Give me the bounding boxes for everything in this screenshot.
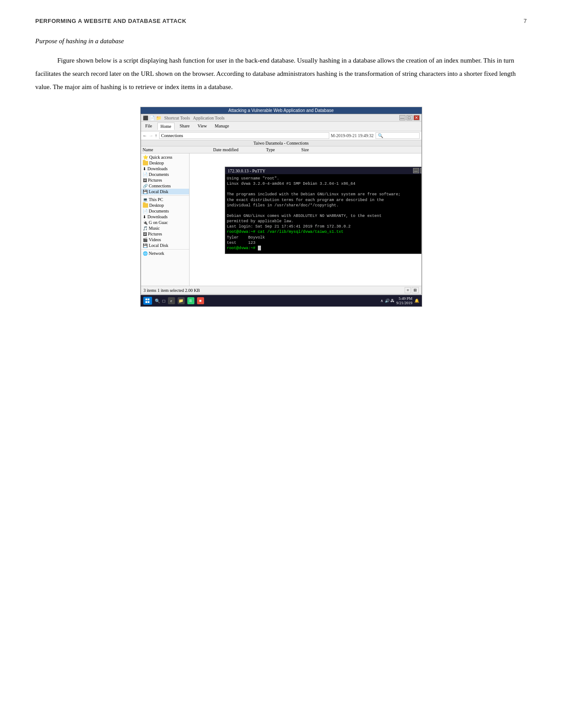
putty-line-10: Tyler Boyvolk	[227, 235, 265, 240]
sidebar-g-on-guac-label: G on Guac	[149, 220, 168, 225]
sidebar-documents-pc[interactable]: 📄 Documents	[141, 208, 189, 214]
sidebar-music[interactable]: 🎵 Music	[141, 225, 189, 231]
taskbar-search-icon[interactable]: 🔍	[155, 299, 160, 303]
putty-minimize[interactable]: —	[413, 168, 419, 173]
address-bar-row: ← → ↑ Connections M-2019-09-21 19:49:32 …	[141, 131, 421, 140]
nav-forward[interactable]: →	[149, 133, 153, 138]
g-on-guac-icon: 🔌	[143, 220, 148, 225]
datetime-display: M-2019-09-21 19:49:32	[331, 133, 374, 138]
sidebar-local-disk-quick[interactable]: 💾 Local Disk	[141, 189, 189, 194]
taskbar-time: 5:49 PM	[396, 296, 413, 301]
sidebar-local-disk-quick-label: Local Disk	[149, 189, 168, 194]
putty-title-text: 172.30.0.13 - PuTTY	[228, 168, 266, 173]
taskbar-folder-icon[interactable]: 📁	[178, 297, 185, 304]
start-button[interactable]	[143, 297, 152, 305]
ribbon-tab-file[interactable]: File	[143, 123, 155, 130]
taskbar-cortana-icon[interactable]: □	[163, 299, 165, 303]
page-header: PERFORMING A WEBSITE AND DATABASE ATTACK…	[35, 18, 527, 24]
toolbar-shortcut-tools[interactable]: Shortcut Tools	[164, 116, 190, 120]
taskbar-systray: ∧ 🔊 🖧	[380, 299, 395, 303]
sidebar-videos-label: Videos	[149, 237, 161, 242]
documents-icon: 📄	[143, 172, 148, 177]
sidebar-pictures-pc[interactable]: 🖼 Pictures	[141, 231, 189, 237]
sidebar-desktop[interactable]: Desktop	[141, 160, 189, 166]
minimize-button[interactable]: —	[399, 115, 406, 120]
toolbar-icon-1: ⬛	[143, 116, 148, 120]
sidebar-downloads-pc-label: Downloads	[148, 214, 168, 219]
sidebar-downloads-pc[interactable]: ⬇ Downloads	[141, 214, 189, 220]
folder-icon-desktop-pc	[143, 203, 148, 208]
sidebar-desktop-pc[interactable]: Desktop	[141, 202, 189, 208]
taskbar-clock: 5:49 PM 9/21/2019	[396, 296, 413, 305]
address-connections-label: Connections	[161, 133, 183, 138]
putty-window: 172.30.0.13 - PuTTY — □ ✕ Using username…	[225, 167, 421, 254]
toolbar-application-tools[interactable]: Application Tools	[193, 116, 225, 120]
putty-line-12: root@dvwa:~#	[227, 246, 261, 250]
address-input[interactable]: Connections	[159, 132, 329, 139]
local-disk-icon-quick: 💾	[143, 190, 148, 194]
col-name: Name	[141, 147, 212, 153]
taskbar-app-1[interactable]: R	[187, 297, 194, 304]
start-grid-cell-4	[148, 301, 149, 303]
download-icon: ⬇	[143, 167, 146, 171]
toolbar-icons: ⬛ 📄 📁 Shortcut Tools Application Tools	[143, 116, 225, 120]
ribbon-tab-view[interactable]: View	[195, 123, 209, 130]
body-paragraph: Figure shown below is a script displayin…	[35, 54, 527, 93]
sidebar-pictures[interactable]: 🖼 Pictures	[141, 177, 189, 183]
putty-line-8: Last login: Sat Sep 21 17:45:41 2019 fro…	[227, 224, 351, 229]
sidebar-videos[interactable]: 🎬 Videos	[141, 237, 189, 243]
maximize-button[interactable]: □	[406, 115, 413, 120]
documents-pc-icon: 📄	[143, 209, 148, 213]
sidebar-local-disk-label: Local Disk	[149, 243, 168, 248]
sidebar-g-on-guac[interactable]: 🔌 G on Guac	[141, 220, 189, 225]
grid-view-button[interactable]: ⊞	[412, 287, 419, 293]
sidebar-quick-access[interactable]: ⭐ Quick access	[141, 154, 189, 160]
sidebar-downloads[interactable]: ⬇ Downloads	[141, 166, 189, 172]
network-icon: 🌐	[143, 251, 148, 256]
downloads-pc-icon: ⬇	[143, 215, 146, 219]
putty-line-6: Debian GNU/Linux comes with ABSOLUTELY N…	[227, 214, 382, 218]
sidebar-network[interactable]: 🌐 Network	[141, 250, 189, 256]
connections-icon: 🔗	[143, 184, 148, 188]
this-pc-icon: 💻	[143, 198, 148, 202]
screenshot-container: Attacking a Vulnerable Web Application a…	[140, 107, 422, 307]
file-explorer: ⬛ 📄 📁 Shortcut Tools Application Tools —…	[141, 114, 422, 295]
toolbar-icon-3: 📁	[156, 116, 161, 120]
local-disk-icon: 💾	[143, 243, 148, 248]
sidebar-pictures-label: Pictures	[148, 178, 162, 183]
taskbar-right: ∧ 🔊 🖧 5:49 PM 9/21/2019 🔔	[380, 296, 419, 305]
sidebar-downloads-label: Downloads	[148, 166, 168, 171]
sidebar-connections[interactable]: 🔗 Connections	[141, 183, 189, 189]
taskbar-app-2[interactable]: ■	[197, 297, 204, 304]
explorer-sidebar: ⭐ Quick access Desktop ⬇ Downloads 📄 Doc…	[141, 153, 190, 286]
page-number: 7	[524, 18, 527, 24]
taskbar-notification[interactable]: 🔔	[414, 299, 419, 303]
music-icon: 🎵	[143, 226, 148, 231]
status-bar: 3 items 1 item selected 2.00 KB ≡ ⊞	[141, 286, 421, 294]
nav-back[interactable]: ←	[143, 133, 147, 138]
putty-maximize[interactable]: □	[420, 168, 421, 173]
sidebar-this-pc-label: This PC	[149, 197, 164, 202]
ribbon-tab-manage[interactable]: Manage	[212, 123, 231, 130]
start-grid-cell-2	[148, 299, 149, 300]
sidebar-documents[interactable]: 📄 Documents	[141, 172, 189, 177]
search-input[interactable]: 🔍	[376, 132, 420, 139]
sidebar-local-disk[interactable]: 💾 Local Disk	[141, 243, 189, 248]
close-button[interactable]: ✕	[413, 115, 420, 120]
attacking-bar: Attacking a Vulnerable Web Application a…	[141, 107, 422, 114]
start-grid-cell-3	[145, 301, 147, 303]
sidebar-desktop-pc-label: Desktop	[149, 203, 164, 208]
list-view-button[interactable]: ≡	[405, 287, 410, 293]
ribbon-tab-home[interactable]: Home	[157, 123, 174, 130]
sidebar-documents-pc-label: Documents	[149, 209, 169, 213]
ribbon-tab-share[interactable]: Share	[177, 123, 193, 130]
sidebar-connections-label: Connections	[149, 183, 171, 188]
taskbar-edge-icon[interactable]: e	[168, 297, 175, 304]
toolbar-icon-2: 📄	[149, 116, 155, 120]
col-date: Date modified	[212, 147, 264, 153]
nav-up[interactable]: ↑	[155, 133, 157, 138]
sidebar-documents-label: Documents	[149, 172, 169, 177]
sidebar-this-pc[interactable]: 💻 This PC	[141, 197, 189, 202]
pictures-pc-icon: 🖼	[143, 232, 147, 236]
sidebar-pictures-pc-label: Pictures	[148, 231, 162, 236]
